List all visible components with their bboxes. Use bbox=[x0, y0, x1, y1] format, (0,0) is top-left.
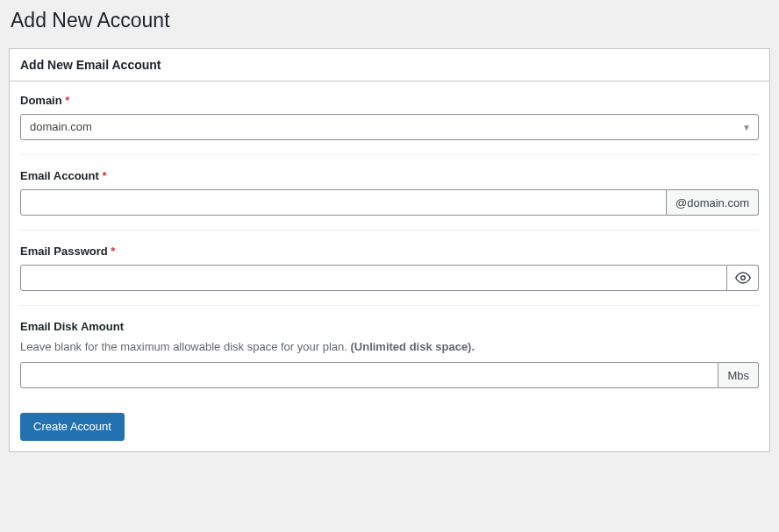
disk-amount-block: Email Disk Amount Leave blank for the ma… bbox=[20, 320, 759, 402]
email-password-block: Email Password * bbox=[20, 245, 759, 306]
email-domain-suffix: @domain.com bbox=[667, 189, 759, 216]
email-password-label-text: Email Password bbox=[20, 245, 108, 258]
email-password-label: Email Password * bbox=[20, 245, 759, 258]
required-marker: * bbox=[65, 94, 69, 107]
panel-body: Domain * domain.com ▼ Email Account * @d… bbox=[10, 82, 769, 451]
required-marker: * bbox=[102, 169, 106, 182]
email-account-group: @domain.com bbox=[20, 189, 759, 216]
disk-amount-help: Leave blank for the maximum allowable di… bbox=[20, 340, 759, 353]
domain-label-text: Domain bbox=[20, 94, 62, 107]
disk-amount-unit: Mbs bbox=[718, 362, 759, 388]
email-password-input[interactable] bbox=[20, 265, 727, 291]
create-account-button[interactable]: Create Account bbox=[20, 413, 125, 441]
domain-select-wrap: domain.com ▼ bbox=[20, 114, 759, 140]
panel-header: Add New Email Account bbox=[10, 49, 769, 82]
email-account-label: Email Account * bbox=[20, 169, 759, 182]
eye-icon bbox=[735, 270, 751, 286]
add-email-account-panel: Add New Email Account Domain * domain.co… bbox=[9, 48, 770, 452]
disk-amount-help-text: Leave blank for the maximum allowable di… bbox=[20, 340, 350, 353]
svg-point-0 bbox=[740, 276, 745, 280]
email-account-input[interactable] bbox=[20, 189, 667, 216]
toggle-password-button[interactable] bbox=[727, 265, 759, 291]
domain-block: Domain * domain.com ▼ bbox=[20, 94, 759, 155]
email-account-block: Email Account * @domain.com bbox=[20, 169, 759, 231]
disk-amount-input[interactable] bbox=[20, 362, 718, 388]
email-password-group bbox=[20, 265, 759, 291]
required-marker: * bbox=[111, 245, 115, 258]
disk-amount-label: Email Disk Amount bbox=[20, 320, 759, 333]
disk-amount-help-bold: (Unlimited disk space). bbox=[350, 340, 475, 353]
domain-label: Domain * bbox=[20, 94, 759, 107]
email-account-label-text: Email Account bbox=[20, 169, 99, 182]
domain-select[interactable]: domain.com bbox=[20, 114, 759, 140]
page-title: Add New Account bbox=[9, 9, 770, 32]
disk-amount-group: Mbs bbox=[20, 362, 759, 388]
